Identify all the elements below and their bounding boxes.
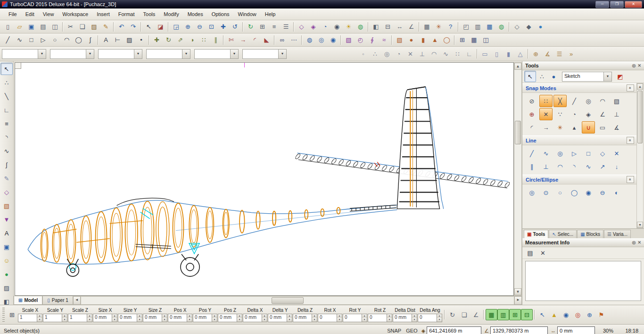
quadrant-snap-icon[interactable]: ◔ — [393, 48, 405, 59]
pin-icon[interactable]: ◎ — [632, 63, 636, 68]
text-tool[interactable]: A — [0, 227, 13, 239]
menu-view[interactable]: View — [39, 10, 58, 18]
section-line[interactable]: Line » — [522, 135, 637, 145]
shaded-mode-icon[interactable]: ● — [535, 21, 546, 33]
style-bucket-icon[interactable]: ◩ — [614, 71, 626, 82]
selector-2d-3d-icon[interactable]: ◰ — [460, 21, 472, 33]
spinner[interactable]: ▲▼ — [212, 314, 217, 322]
line-vector-icon[interactable]: ↓ — [610, 160, 623, 173]
subtract-icon[interactable]: ◎ — [315, 34, 327, 46]
menu-help[interactable]: Help — [261, 10, 280, 18]
line-tangent-circle-icon[interactable]: ◎ — [553, 147, 567, 159]
panel-node-select-icon[interactable]: ∴ — [536, 71, 548, 82]
palette-scrollbar[interactable]: ▲ ▼ — [636, 83, 644, 228]
history-icon[interactable]: ↻ — [446, 309, 458, 320]
toolbar-grip[interactable] — [2, 308, 5, 322]
pos-y-input[interactable]: 0 mm▲▼ — [193, 314, 217, 322]
horizontal-scrollbar[interactable] — [81, 296, 514, 305]
section-snap-modes[interactable]: Snap Modes » — [522, 83, 637, 93]
snap-ruler-icon[interactable]: ▭ — [596, 121, 609, 134]
intersect-icon[interactable]: ◉ — [327, 34, 339, 46]
extrude-tool[interactable]: ▼ — [0, 213, 13, 225]
target-select-icon[interactable]: ◎ — [572, 309, 584, 320]
library-icon[interactable]: ▦ — [484, 21, 495, 33]
menu-window[interactable]: Window — [234, 10, 260, 18]
midpoint-snap-icon[interactable]: ∴ — [369, 48, 381, 59]
break-icon[interactable]: ⋯ — [288, 34, 300, 46]
spinner[interactable]: ▲▼ — [137, 314, 142, 322]
sphere-3d-icon[interactable]: ● — [405, 34, 417, 46]
ellipse-rotated-icon[interactable]: ⊖ — [596, 186, 609, 199]
scroll-down-icon[interactable]: ▼ — [637, 222, 643, 228]
add-point-icon[interactable]: ⊕ — [584, 309, 595, 320]
select-arrow-tool[interactable]: ↖ — [0, 63, 13, 75]
zoom-in-icon[interactable]: ⊕ — [182, 21, 194, 33]
line-tool-icon[interactable]: ╱ — [2, 34, 14, 46]
internet-palette-icon[interactable]: ◍ — [495, 21, 507, 33]
select-icon[interactable]: ↖ — [143, 21, 155, 33]
nearest-snap-icon[interactable]: ∿ — [440, 48, 452, 59]
offset-icon[interactable]: ∥ — [210, 34, 222, 46]
menu-file[interactable]: File — [5, 10, 21, 18]
snap-arc-icon[interactable]: ◠ — [596, 95, 609, 107]
select-3d-icon[interactable]: ▥ — [497, 309, 509, 320]
rot-z-input[interactable]: 0▲▼ — [368, 314, 392, 322]
doc-tab-model[interactable]: ⊞Model — [14, 296, 42, 305]
doc-tab-paper1[interactable]: ▯Paper 1 — [42, 296, 73, 305]
ucs-icon[interactable]: ◈ — [307, 21, 319, 33]
copy-icon[interactable]: ❏ — [76, 21, 88, 33]
collapse-icon[interactable]: » — [627, 84, 634, 92]
snap-grid-icon[interactable]: ∷ — [539, 95, 553, 107]
collapse-icon[interactable]: » — [627, 137, 634, 144]
spinner[interactable]: ▲▼ — [37, 314, 42, 322]
rot-y-input[interactable]: 0▲▼ — [343, 314, 367, 322]
workplane-top-icon[interactable]: ▭ — [479, 48, 491, 59]
menu-modes[interactable]: Modes — [184, 10, 207, 18]
ellipse-icon[interactable]: ◉ — [582, 186, 595, 199]
snap-grid-point-icon[interactable]: ∵ — [553, 108, 567, 120]
hatch-tool[interactable]: ▨ — [0, 282, 13, 294]
rotate-icon[interactable]: ↻ — [163, 34, 174, 46]
vertical-scroll-thumb[interactable] — [515, 121, 521, 144]
panel-paint-icon[interactable]: ● — [548, 71, 560, 82]
vertical-scrollbar[interactable]: ▲ ▼ — [514, 62, 522, 296]
wireframe-mode-icon[interactable]: ◇ — [511, 21, 523, 33]
line-rectangle-icon[interactable]: □ — [582, 147, 595, 159]
line-single-icon[interactable]: ╱ — [525, 147, 538, 159]
palette-scroll-thumb[interactable] — [637, 91, 643, 143]
curve-tool[interactable]: ∿ — [0, 145, 13, 157]
grid-toggle-icon[interactable]: ⊞ — [256, 21, 268, 33]
redraw-icon[interactable]: ↻ — [245, 21, 256, 33]
palette-tab-varia[interactable]: ☰Varia... — [604, 230, 631, 238]
spinner[interactable]: ▲▼ — [312, 314, 317, 322]
scroll-up-icon[interactable]: ▲ — [514, 63, 521, 70]
delta-x-input[interactable]: 0 mm▲▼ — [243, 314, 267, 322]
measure-list-icon[interactable]: ▤ — [524, 247, 536, 259]
ortho-mode-icon[interactable]: ∟ — [463, 48, 475, 59]
circle-tangent-icon[interactable]: ◐ — [610, 186, 623, 199]
combo-arrow-icon[interactable]: ▼ — [603, 72, 611, 81]
workplane-front-icon[interactable]: ▯ — [491, 48, 503, 59]
orbit-icon[interactable]: ◔ — [319, 21, 331, 33]
grid-snap-icon[interactable]: ∷ — [452, 48, 463, 59]
render-tool[interactable]: ☺ — [0, 254, 13, 267]
maximize-button[interactable]: ❐ — [610, 1, 624, 8]
circle-select-icon[interactable]: ◉ — [560, 309, 572, 320]
scroll-left-icon[interactable]: ◄ — [73, 296, 81, 305]
revolve-icon[interactable]: ◴ — [355, 34, 366, 46]
array-icon[interactable]: ∷ — [198, 34, 210, 46]
spinner[interactable]: ▲▼ — [362, 314, 367, 322]
intersection-snap-icon[interactable]: ✕ — [405, 48, 416, 59]
line-polygon-icon[interactable]: ▷ — [568, 147, 581, 159]
line-perpendicular-icon[interactable]: ⊥ — [539, 160, 553, 173]
pointer-mode-icon[interactable]: ↖ — [537, 309, 548, 320]
sketch-tool[interactable]: ✎ — [0, 172, 13, 184]
text-tool-icon[interactable]: A — [100, 34, 112, 46]
line-ray-icon[interactable]: ↗ — [596, 160, 609, 173]
table-export-icon[interactable]: ⊟ — [521, 309, 533, 320]
size-x-input[interactable]: 0 mm▲▼ — [93, 314, 117, 322]
close-button[interactable]: ✕ — [625, 1, 642, 8]
polyline-tool-icon[interactable]: ∿ — [14, 34, 25, 46]
line-tool[interactable]: ╲ — [0, 90, 13, 102]
construction-line-icon[interactable]: ✕ — [610, 147, 623, 159]
